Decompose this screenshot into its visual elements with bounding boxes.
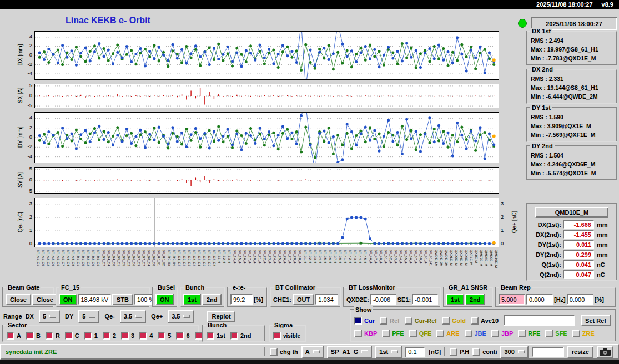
checkbox-1st[interactable]: 1st [207,332,225,340]
monitor-title-button[interactable]: QMD10E_M [535,207,608,218]
ee-ratio-frame-title: e-:e- [231,284,247,291]
gr-a1-snsr-frame-title: GR_A1 SNSR [447,284,489,291]
svg-text:SP_R0_62: SP_R0_62 [162,250,165,266]
checkbox-zre[interactable]: ZRE [572,330,595,337]
checkbox-4[interactable]: 4 [139,332,153,340]
monitor-row-unit: nC [597,271,605,278]
qxd2e-readout: -0.006 [370,294,396,305]
stat-line: Min : -7.569@QXF1E_M [531,130,615,139]
bpm-name-labels: SP_A1_C1SP_A1_C5SP_A2_C2SP_A2_C6SP_A3_C3… [34,248,498,280]
gr-a1-2nd-button[interactable]: 2nd [465,294,485,305]
checkbox-2[interactable]: 2 [103,332,116,340]
bunch-select-menu[interactable]: 1st [375,346,402,358]
statusbar-input[interactable] [532,347,564,357]
set-ref-button[interactable]: Set Ref [581,315,611,326]
conti-label: conti [482,348,497,355]
svg-text:SP_25_4: SP_25_4 [278,250,281,264]
fc15-on-button[interactable]: ON [59,294,77,305]
titlebar-version: v8.9 [602,1,613,8]
svg-text:SP_C5_C1: SP_C5_C1 [198,250,201,267]
checkbox-1[interactable]: 1 [84,332,98,340]
bunch-2nd-button[interactable]: 2nd [202,294,222,305]
threshold-input[interactable]: 0.1 [405,347,425,357]
checkbox-gold[interactable]: Gold [442,317,466,325]
bpm-select-menu[interactable]: SP_A1_G [327,346,373,358]
range-select-qe[interactable]: 3.5 [120,310,146,323]
checkbox-cur-ref[interactable]: Cur-Ref [405,317,437,325]
checkbox-qfe[interactable]: QFE [409,330,432,337]
conti-checkbox[interactable]: conti [472,348,497,356]
chg-th-checkbox[interactable]: chg th [270,348,298,356]
svg-text:SP_51_4: SP_51_4 [384,250,387,264]
svg-text:SP_45_4: SP_45_4 [364,250,367,264]
stat-line: Max : 19.144@S8_61_H1 [531,83,615,92]
busel-on-button[interactable]: ON [155,294,174,305]
checkbox-cur[interactable]: Cur [354,317,375,325]
dx-plot [34,31,499,80]
svg-text:SP_48_4: SP_48_4 [379,250,383,264]
svg-text:SP_B2_C6: SP_B2_C6 [92,250,95,266]
ph-checkbox[interactable]: P.H [450,348,469,356]
bunch-select-frame-title: Bunch [206,322,228,328]
gr-a1-1st-button[interactable]: 1st [446,294,464,305]
range-select-dy[interactable]: 5 [78,310,99,323]
monitor-row: DX(2nd):-1.455mm [529,230,615,239]
checkbox-indicator [270,348,278,356]
show-row2: KBPPFEQFEAREJBEJBPRFESFEZRE [354,330,595,337]
beam-gate-close-button-2[interactable]: Close [32,294,58,305]
svg-text:SP_36_4: SP_36_4 [329,250,332,264]
bt-lossmonitor-frame-title: BT LossMonitor [347,284,397,291]
replot-button[interactable]: Replot [207,311,235,322]
checkbox-indicator [405,317,412,325]
checkbox-kbp[interactable]: KBP [354,330,377,337]
interval-select-menu[interactable]: 300 [500,346,528,358]
monitor-row-label: DY(2nd): [529,251,561,258]
show-row-1: CurRefCur-RefGoldAve10 Set Ref [354,314,613,327]
monitor-row: DY(2nd):0.299mm [529,250,615,259]
checkbox-c[interactable]: C [65,332,79,340]
beam-rep-hz-unit: [Hz] [554,296,566,303]
dx-axis-ticks: 420-2-4 [21,31,33,79]
checkbox-are[interactable]: ARE [436,330,459,337]
checkbox-jbe[interactable]: JBE [465,330,486,337]
checkbox-r[interactable]: R [46,332,60,340]
checkbox-visible[interactable]: visible [273,332,300,340]
checkbox-2nd[interactable]: 2nd [230,332,251,340]
bunch-1st-button[interactable]: 1st [183,294,201,305]
resize-button[interactable]: resize [567,346,593,358]
monitor-row-label: DX(1st): [529,221,561,228]
che1-out-button[interactable]: OUT [293,294,314,305]
checkbox-b[interactable]: B [26,332,41,340]
bpm-select-value: SP_A1_G [331,348,359,355]
checkbox-indicator [230,332,238,340]
qxd2e-label: QXD2E: [346,296,369,303]
range-select-qe[interactable]: 3.5 [168,310,194,323]
checkbox-indicator [465,330,472,337]
beam-gate-close-button-1[interactable]: Close [6,294,31,305]
checkbox-rfe[interactable]: RFE [518,330,540,337]
bunch-frame: Bunch 1st 2nd [180,287,225,307]
checkbox-pfe[interactable]: PFE [382,330,404,337]
screenshot-button[interactable] [597,346,613,358]
beam-rep-set-readout: 5.000 [499,294,525,305]
svg-text:QXD2E_M: QXD2E_M [455,250,458,266]
checkbox-sfe[interactable]: SFE [545,330,567,337]
checkbox-6[interactable]: 6 [176,332,189,340]
stat-frame: DY 1stRMS : 1.590Max : 3.909@QX1E_MMin :… [526,107,617,142]
checkbox-3[interactable]: 3 [121,332,134,340]
fc15-stb-button[interactable]: STB [112,294,133,305]
set-ref-input[interactable] [504,315,575,326]
checkbox-ref[interactable]: Ref [380,317,400,325]
sector-select-menu[interactable]: A [301,346,324,358]
checkbox-a[interactable]: A [7,332,21,340]
checkbox-label: Ave10 [481,317,499,324]
checkbox-ave10[interactable]: Ave10 [471,317,499,325]
svg-text:SP_14_4: SP_14_4 [233,250,236,264]
range-select-dx[interactable]: 5 [39,310,60,323]
svg-text:QMD8E_M: QMD8E_M [485,250,488,266]
checkbox-5[interactable]: 5 [158,332,171,340]
checkbox-jbp[interactable]: JBP [491,330,513,337]
sigma-frame-title: Sigma [273,322,294,328]
svg-text:SP_B3_C3: SP_B3_C3 [97,250,100,266]
sector-frame-title: Sector [6,322,28,328]
